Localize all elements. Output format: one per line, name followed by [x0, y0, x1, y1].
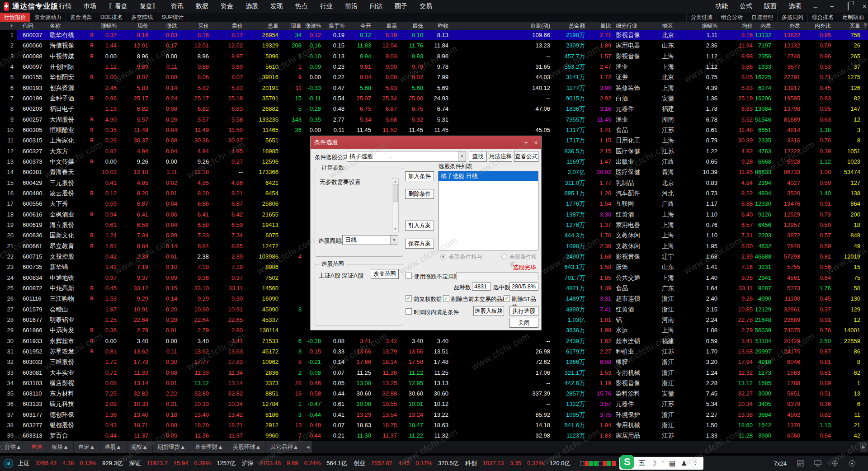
import-plan-button[interactable]: 引入方案	[405, 221, 434, 231]
menu-item[interactable]: 资讯	[171, 2, 184, 10]
close-icon[interactable]: ×	[861, 3, 868, 10]
header-cell[interactable]: 最低	[399, 22, 425, 30]
table-row[interactable]: 8600203福日电子1.196.820.086.826.83268825-0.…	[0, 104, 868, 114]
market-tab[interactable]: 自选	[26, 441, 47, 453]
header-cell[interactable]: 涨速%	[303, 22, 323, 30]
condition-listbox[interactable]: 橘子选股 日线	[438, 171, 538, 250]
change-range-button[interactable]: 改变范围	[371, 269, 399, 279]
bolt-icon[interactable]	[848, 460, 856, 467]
radio-all-and[interactable]	[440, 254, 446, 259]
header-cell[interactable]: 地区	[661, 22, 693, 30]
header-cell[interactable]: 量比	[587, 22, 613, 30]
header-cell[interactable]: 内外比	[802, 22, 833, 30]
menu-item[interactable]: 市场	[84, 2, 96, 10]
formula-combobox[interactable]: 橘子选股 - ▼	[347, 151, 466, 162]
news-icon[interactable]	[797, 460, 805, 467]
menu-item[interactable]: 前沿	[345, 2, 358, 10]
toolbar-item[interactable]: 定制版面	[838, 13, 868, 22]
market-tab[interactable]: 美股环球▲	[228, 441, 266, 453]
table-row[interactable]: 33603081大丰实业0.7111.330.0811.3311.3428362…	[0, 367, 868, 378]
checkbox-exclude-st[interactable]: ✓	[504, 295, 510, 301]
menu-item[interactable]: 功能	[715, 2, 728, 10]
monitor-icon[interactable]	[814, 460, 822, 467]
table-row[interactable]: 37603177德创环保1.3613.400.1813.4013.4281863…	[0, 410, 868, 420]
header-cell[interactable]: 现量	[280, 22, 303, 30]
menu-item[interactable]: 行业	[320, 2, 333, 10]
checkbox-timespan[interactable]	[406, 308, 412, 315]
toolbar-item[interactable]: 资金驱动力	[30, 13, 66, 22]
toolbar-item[interactable]: 综合排名	[807, 13, 838, 22]
menu-item[interactable]: 公式	[740, 2, 752, 10]
back-icon[interactable]: ←	[812, 3, 819, 10]
table-row[interactable]: 35603110东方材料7.2532.822.2232.8032.8288511…	[0, 388, 868, 399]
toolbar-item[interactable]: 自选管理	[747, 13, 777, 22]
header-cell[interactable]: 涨幅%	[96, 22, 118, 30]
table-row[interactable]: 9600257大湖股份R4.905.570.265.575.5813323514…	[0, 114, 868, 125]
updown-period-field[interactable]	[456, 272, 538, 280]
close-button[interactable]: 关闭	[509, 318, 538, 328]
table-row[interactable]: 34603103横店影视0.0813.140.0113.1213.1433732…	[0, 378, 868, 388]
header-cell[interactable]: 涨跌	[150, 22, 179, 30]
index-quote[interactable]: 上证3266.434.380.13%929.3亿	[18, 459, 123, 467]
table-row[interactable]: 4600097开创国际1.129.890.119.889.8956101-0.0…	[0, 61, 868, 72]
header-cell[interactable]: 买量	[833, 22, 862, 30]
header-cell[interactable]: 最高	[373, 22, 399, 30]
table-row[interactable]: 30601933永辉超市R0.003.400.003.403.41715336-…	[0, 336, 868, 346]
ime-icon[interactable]: 五	[638, 459, 645, 468]
toolbar-item[interactable]: 多空阵线	[127, 13, 157, 22]
save-plan-button[interactable]: 保存方案	[405, 239, 434, 249]
tdx-status-logo-icon[interactable]: ≋	[4, 459, 13, 468]
toolbar-item[interactable]: 组合分析	[717, 13, 747, 22]
menu-item[interactable]: 选股	[245, 2, 258, 10]
scrollbar-thumb[interactable]	[393, 184, 398, 202]
header-cell[interactable]: 代码	[17, 22, 50, 30]
menu-item[interactable]: 复盘〗	[140, 2, 159, 10]
header-cell[interactable]: ·	[88, 22, 96, 30]
index-quote[interactable]: 深证11923.745.940.39%1257亿	[129, 459, 236, 467]
header-cell[interactable]: 市盈(动)	[450, 22, 552, 30]
scroll-down-icon[interactable]: ▼	[392, 226, 398, 232]
table-row[interactable]: 10600305恒顺醋业R0.3511.490.0411.4911.501146…	[0, 125, 868, 135]
header-cell[interactable]: 总金额	[552, 22, 587, 30]
usage-note-button[interactable]: 用法注释	[489, 151, 512, 162]
index-quote[interactable]: 科创1037.133.350.32%120.0亿	[465, 459, 571, 467]
table-row[interactable]: 36603133碳元科技2.0810.330.2110.3310.3412784…	[0, 399, 868, 409]
count-field[interactable]: 4831	[472, 283, 491, 291]
table-row[interactable]: 3600088中视传媒R0.008.960.008.968.9750961-0.…	[0, 51, 868, 61]
toolbar-item[interactable]: 多股同列	[777, 13, 807, 22]
header-cell[interactable]: 均价	[719, 22, 755, 30]
scroll-up-icon[interactable]: ▲	[392, 179, 398, 184]
market-tab[interactable]: 分类▲	[0, 441, 26, 453]
table-row[interactable]: 38603277银都股份0.4318.710.0818.7018.7129121…	[0, 420, 868, 430]
toolbar-item[interactable]: DDE排名	[96, 13, 127, 22]
add-condition-button[interactable]: 加入条件	[405, 171, 434, 181]
menu-item[interactable]: 资金	[221, 2, 233, 10]
table-row[interactable]: 32603033三维股份1.7217.780.3017.7717.8310962…	[0, 357, 868, 367]
market-tab[interactable]: 港股▲	[100, 441, 126, 453]
header-cell[interactable]: 昨收	[425, 22, 450, 30]
index-quote[interactable]: 沪深4103.489.690.24%564.1亿	[242, 459, 347, 467]
toolbar-item[interactable]: 资金博弈	[66, 13, 96, 22]
menu-item[interactable]: 圈子	[395, 2, 407, 10]
chevron-down-icon[interactable]: ▼	[390, 236, 398, 245]
market-tab[interactable]: 基金理财▲	[190, 441, 228, 453]
selected-count-field[interactable]: 280/5.8%	[509, 283, 538, 291]
table-row[interactable]: 7600199金种子酒R0.9625.170.2425.1725.1835791…	[0, 93, 868, 104]
menu-item[interactable]: 问达	[370, 2, 382, 10]
dialog-title-bar[interactable]: 条件选股 − ×	[311, 136, 541, 149]
market-tab[interactable]: 自定▲	[74, 441, 100, 453]
checkbox-updown-period[interactable]	[406, 273, 412, 279]
execute-pick-button[interactable]: 执行选股	[509, 306, 538, 316]
header-cell[interactable]: ▼	[0, 22, 17, 30]
table-row[interactable]: 39603313梦百合0.4411.370.0511.3611.37996070…	[0, 430, 868, 441]
header-cell[interactable]: 卖价	[211, 22, 245, 30]
condition-list-item[interactable]: 橘子选股 日线	[439, 171, 538, 181]
header-cell[interactable]: 振幅%	[693, 22, 719, 30]
chevron-down-icon[interactable]: ▼	[458, 151, 466, 161]
table-header[interactable]: ▼代码名称·涨幅%现价涨跌买价卖价总量现量涨速%换手%今开最高最低昨收市盈(动)…	[0, 22, 868, 30]
table-row[interactable]: 2600060海信视像R1.4412.010.1712.0112.0219329…	[0, 40, 868, 51]
market-tab[interactable]: 板块▲	[47, 441, 73, 453]
restore-icon[interactable]	[844, 3, 852, 10]
menu-item[interactable]: 热点	[295, 2, 308, 10]
menu-item[interactable]: 交易	[420, 2, 432, 10]
